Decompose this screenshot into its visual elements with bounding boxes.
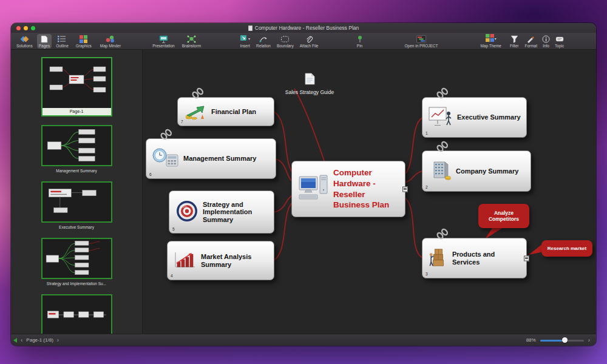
topic-icon [555,35,564,43]
toolbar-button-insert[interactable]: ▾ Insert [238,34,252,49]
toolbar-button-open-in-project[interactable]: Open in PROJECT [403,34,440,49]
topic-label: Products and Services [452,251,521,266]
callout-analyze-competitors[interactable]: Analyze Competitors [478,204,529,228]
boundary-icon [280,35,290,43]
page-thumbnail-3[interactable]: Executive Summary [41,181,112,229]
page-prev-icon[interactable]: ‹ [21,337,22,343]
topic-label: Strategy and Implementation Summary [203,201,268,224]
filter-funnel-icon [510,35,518,43]
toolbar-button-pages[interactable]: Pages [37,34,52,49]
topic-label: Company Summary [456,167,518,175]
page-thumbnail-4[interactable]: Strategy and Implementation Su... [41,238,112,286]
presentation-icon [159,35,168,43]
bar-chart-icon [173,250,197,271]
document-page-icon [305,73,315,87]
page-thumbnail-5[interactable]: Market Analysis Summary [41,294,112,334]
zoom-slider-knob[interactable] [562,337,568,343]
toolbar-button-outline[interactable]: Outline [54,34,70,49]
pages-panel: Page-1 [11,50,143,334]
toolbar-button-solutions[interactable]: Solutions [15,34,35,49]
topic-products-and-services[interactable]: Products and Services 3 [422,238,527,278]
status-bar: ‹ Page-1 (1/8) › 88% › [11,334,596,346]
brainstorm-icon [187,35,196,43]
hyperlink-chain-icon [436,228,449,241]
collapse-button[interactable] [402,186,408,192]
topic-number: 7 [181,120,183,124]
toolbar-button-format[interactable]: Format [523,34,539,49]
topic-label: Executive Summary [457,113,521,121]
relation-icon [259,35,268,43]
topic-number: 5 [172,227,175,231]
format-pen-icon [526,35,535,43]
map-minder-icon [106,35,115,43]
collapse-button[interactable] [524,255,529,261]
topic-number: 4 [171,274,173,278]
window-title: Computer Hardware - Reseller Business Pl… [11,25,596,31]
topic-management-summary[interactable]: Management Summary 6 [146,138,276,179]
callout-research-market[interactable]: Research market [541,240,592,257]
attachment-label: Sales Strategy Guide [285,89,334,95]
toolbar-button-graphics[interactable]: Graphics [74,34,93,49]
building-icon [428,160,452,183]
insert-icon [240,33,248,44]
toolbar-button-pin[interactable]: Pin [354,34,365,49]
central-topic[interactable]: Computer Hardware - Reseller Business Pl… [291,161,405,217]
toolbar-button-topic[interactable]: Topic [553,34,566,49]
toolbar-button-info[interactable]: Info [540,34,552,49]
target-icon [175,200,199,224]
project-gantt-icon [416,35,426,43]
hyperlink-chain-icon [436,141,449,154]
toolbar-button-boundary[interactable]: Boundary [275,34,296,49]
graphics-icon [80,35,88,43]
financial-growth-icon [183,102,208,122]
pages-icon [41,35,48,43]
solutions-icon [20,35,29,43]
computer-icon [298,173,330,205]
topic-executive-summary[interactable]: Executive Summary 1 [422,97,527,138]
central-topic-label: Computer Hardware - Reseller Business Pl… [333,167,399,210]
presentation-board-icon [428,106,453,129]
chevron-down-icon: ▾ [248,37,250,41]
topic-label: Market Analysis Summary [201,253,268,268]
toolbar-button-map-theme[interactable]: ▾ Map Theme [478,34,503,49]
outline-icon [58,35,66,43]
attachment-sales-strategy-guide[interactable]: Sales Strategy Guide [258,73,361,95]
chevron-down-icon: ▾ [495,37,497,41]
clock-calculator-icon [152,147,180,170]
pin-icon [356,35,364,43]
topic-number: 6 [149,172,152,177]
page-thumbnail-2[interactable]: Management Summary [41,125,112,173]
main-toolbar: Solutions Pages Outline Graphics Map Min… [11,33,596,50]
topic-number: 2 [426,185,428,189]
goods-boxes-icon [428,246,449,270]
hyperlink-chain-icon [436,87,449,101]
topic-market-analysis-summary[interactable]: Market Analysis Summary 4 [167,241,274,280]
topic-number: 3 [426,272,428,276]
document-icon [248,25,253,31]
topic-label: Financial Plan [211,108,256,116]
topic-number: 1 [426,131,428,135]
zoom-level: 88% [526,337,536,343]
toolbar-button-presentation[interactable]: Presentation [151,34,177,49]
topic-financial-plan[interactable]: Financial Plan 7 [177,97,274,126]
topic-label: Management Summary [183,155,256,163]
mind-map-canvas[interactable]: Sales Strategy Guide Computer Hardware -… [143,50,596,334]
zoom-slider[interactable] [540,337,584,343]
page-first-icon[interactable] [13,338,17,343]
toolbar-button-attach-file[interactable]: Attach File [298,34,320,49]
toolbar-button-relation[interactable]: Relation [254,34,273,49]
hyperlink-chain-icon [160,129,173,142]
title-bar[interactable]: Computer Hardware - Reseller Business Pl… [11,23,596,33]
topic-strategy-and-implementation-summary[interactable]: Strategy and Implementation Summary 5 [169,190,274,234]
zoom-in-icon[interactable]: › [588,337,590,343]
topic-company-summary[interactable]: Company Summary 2 [422,150,531,192]
toolbar-button-brainstorm[interactable]: Brainstorm [180,34,203,49]
hyperlink-chain-icon [191,87,205,101]
page-thumbnail-1[interactable]: Page-1 [41,57,112,116]
desktop-wallpaper: Computer Hardware - Reseller Business Pl… [0,0,607,364]
page-indicator: Page-1 (1/8) [26,337,53,343]
toolbar-button-filter[interactable]: Filter [508,34,520,49]
page-next-icon[interactable]: › [57,337,59,343]
toolbar-button-map-minder[interactable]: Map Minder [98,34,123,49]
page-thumbnail-label: Page-1 [42,108,111,115]
